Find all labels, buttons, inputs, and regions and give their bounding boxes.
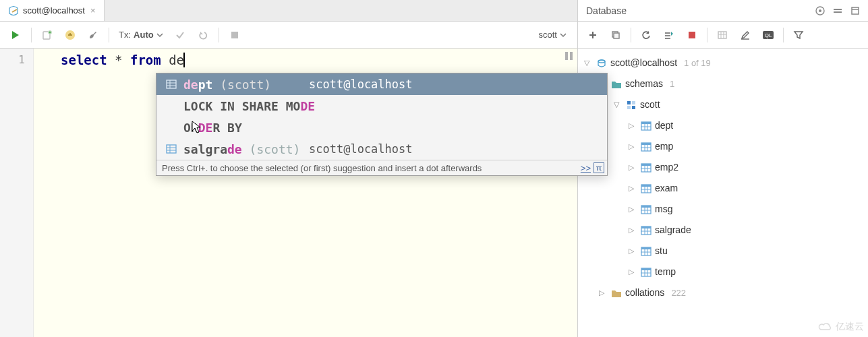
svg-rect-27 <box>641 143 651 145</box>
table-node[interactable]: ▷dept <box>581 115 868 136</box>
stop-button[interactable] <box>681 25 703 45</box>
table-label: exam <box>655 178 678 199</box>
table-icon <box>640 183 652 195</box>
table-node[interactable]: ▷exam <box>581 178 868 199</box>
console-icon <box>8 5 19 16</box>
svg-line-0 <box>12 9 17 12</box>
table-node[interactable]: ▷temp <box>581 262 868 282</box>
chevron-right-icon[interactable]: ▷ <box>625 115 637 136</box>
svg-rect-18 <box>632 101 635 104</box>
folder-icon <box>610 78 623 90</box>
table-label: msg <box>655 199 672 220</box>
attach-schema-button[interactable] <box>37 25 57 45</box>
collations-folder-node[interactable]: ▷ collations 222 <box>581 282 868 303</box>
commit-button[interactable] <box>170 25 190 45</box>
tx-mode-dropdown[interactable]: Tx: Auto <box>115 25 167 45</box>
collapse-all-icon[interactable] <box>830 3 845 18</box>
close-tab-icon[interactable]: × <box>89 5 97 16</box>
toolbar-separator <box>631 28 631 42</box>
duplicate-button[interactable] <box>605 25 627 45</box>
transaction-isolation-button[interactable] <box>658 25 680 45</box>
datasource-label: scott@localhost <box>610 53 677 73</box>
autocomplete-item-label: ORDER BY <box>183 121 242 135</box>
autocomplete-item-source: scott@localhost <box>309 78 599 91</box>
toolbar-separator <box>783 28 784 42</box>
star-text: * <box>107 53 130 67</box>
explain-plan-button[interactable] <box>60 25 80 45</box>
folder-icon <box>610 287 623 299</box>
autocomplete-item[interactable]: salgrade (scott)scott@localhost <box>156 138 607 160</box>
editor-toolbar: Tx: Auto scott <box>0 22 577 49</box>
table-node[interactable]: ▷emp <box>581 136 868 157</box>
table-node[interactable]: ▷msg <box>581 199 868 220</box>
autocomplete-item-label: salgrade (scott) <box>183 142 300 156</box>
table-view-button[interactable] <box>712 25 733 45</box>
svg-rect-17 <box>627 101 631 104</box>
chevron-right-icon[interactable]: ▷ <box>625 220 637 241</box>
svg-rect-7 <box>852 7 859 14</box>
autocomplete-hint-text: Press Ctrl+. to choose the selected (or … <box>162 163 482 173</box>
datasource-node[interactable]: ▽ scott@localhost 1 of 19 <box>581 53 868 73</box>
autocomplete-item[interactable]: ORDER BY <box>156 117 607 138</box>
line-number: 1 <box>0 51 25 69</box>
hide-panel-icon[interactable] <box>848 3 863 18</box>
keyword-from: from <box>130 53 161 67</box>
schema-label: scott <box>640 94 660 115</box>
rollback-button[interactable] <box>193 25 213 45</box>
chevron-down-icon[interactable]: ▽ <box>581 53 593 73</box>
table-label: temp <box>655 262 676 282</box>
edit-source-button[interactable] <box>734 25 756 45</box>
svg-rect-22 <box>641 122 651 124</box>
run-button[interactable] <box>5 25 26 45</box>
autocomplete-more-link[interactable]: >> <box>581 163 594 173</box>
autocomplete-popup[interactable]: dept (scott)scott@localhostLOCK IN SHARE… <box>156 73 608 176</box>
toolbar-separator <box>219 28 219 42</box>
schemas-label: schemas <box>625 73 663 94</box>
schema-node[interactable]: ▽ scott <box>581 94 868 115</box>
table-node[interactable]: ▷stu <box>581 241 868 262</box>
chevron-down-icon[interactable]: ▽ <box>610 94 623 115</box>
refresh-button[interactable] <box>635 25 657 45</box>
table-icon <box>640 141 652 153</box>
chevron-right-icon[interactable]: ▷ <box>625 178 637 199</box>
chevron-down-icon <box>156 32 163 38</box>
table-node[interactable]: ▷emp2 <box>581 157 868 178</box>
svg-rect-37 <box>641 185 651 187</box>
chevron-right-icon[interactable]: ▷ <box>625 262 637 282</box>
table-node[interactable]: ▷salgrade <box>581 220 868 241</box>
table-label: emp2 <box>655 157 678 178</box>
svg-rect-20 <box>632 106 635 109</box>
chevron-right-icon[interactable]: ▷ <box>625 241 637 262</box>
autocomplete-hint: Press Ctrl+. to choose the selected (or … <box>156 160 607 175</box>
add-datasource-icon[interactable] <box>813 3 828 18</box>
settings-button[interactable] <box>83 25 103 45</box>
svg-rect-12 <box>718 32 726 38</box>
autocomplete-item[interactable]: dept (scott)scott@localhost <box>156 73 607 95</box>
autocomplete-item-label: LOCK IN SHARE MODE <box>183 99 315 113</box>
schemas-folder-node[interactable]: ▽ schemas 1 <box>581 73 868 94</box>
schemas-count: 1 <box>666 73 674 94</box>
jump-to-console-button[interactable]: QL <box>757 25 779 45</box>
table-label: salgrade <box>655 220 691 241</box>
chevron-right-icon[interactable]: ▷ <box>625 157 637 178</box>
tx-label: Tx: <box>119 30 131 40</box>
schema-dropdown[interactable]: scott <box>533 25 572 45</box>
new-button[interactable] <box>582 25 604 45</box>
pi-icon[interactable]: π <box>594 162 604 173</box>
analysis-paused-icon[interactable] <box>562 51 575 61</box>
schema-icon <box>625 99 637 111</box>
svg-point-6 <box>819 9 821 12</box>
database-panel-header: Database <box>578 0 868 22</box>
editor-tab[interactable]: scott@localhost × <box>0 0 105 21</box>
autocomplete-item-source: scott@localhost <box>309 142 599 156</box>
chevron-right-icon[interactable]: ▷ <box>625 136 637 157</box>
database-tree[interactable]: ▽ scott@localhost 1 of 19 ▽ schemas 1 ▽ … <box>578 49 868 337</box>
chevron-right-icon[interactable]: ▷ <box>596 282 608 303</box>
table-icon <box>640 162 652 174</box>
chevron-right-icon[interactable]: ▷ <box>625 199 637 220</box>
cancel-query-button[interactable] <box>225 25 245 45</box>
svg-rect-61 <box>167 80 176 88</box>
autocomplete-item[interactable]: LOCK IN SHARE MODE <box>156 95 607 117</box>
filter-button[interactable] <box>788 25 809 45</box>
svg-rect-10 <box>614 33 619 38</box>
